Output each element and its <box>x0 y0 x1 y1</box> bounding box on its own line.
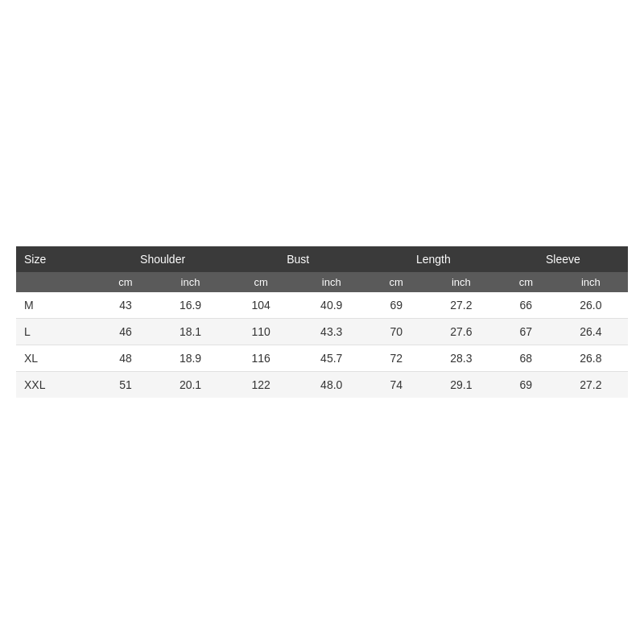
length-cm-cell: 70 <box>369 319 424 345</box>
length-inch-cell: 28.3 <box>424 345 498 372</box>
sleeve-inch-cell: 27.2 <box>554 372 628 398</box>
bust-inch-cell: 40.9 <box>295 292 369 319</box>
bust-inch-cell: 45.7 <box>295 345 369 372</box>
bust-cm-subheader: cm <box>228 272 295 292</box>
shoulder-column-header: Shoulder <box>98 246 228 272</box>
shoulder-cm-cell: 43 <box>98 292 154 319</box>
shoulder-cm-cell: 46 <box>98 319 154 345</box>
sleeve-column-header: Sleeve <box>498 246 628 272</box>
bust-inch-subheader: inch <box>295 272 369 292</box>
bust-cm-cell: 116 <box>228 345 295 372</box>
length-cm-subheader: cm <box>369 272 424 292</box>
table-row: M4316.910440.96927.26626.0 <box>16 292 628 319</box>
length-inch-cell: 27.6 <box>424 319 498 345</box>
size-cell: XL <box>16 345 98 372</box>
sub-header-row: cm inch cm inch cm inch cm inch <box>16 272 628 292</box>
size-cell: XXL <box>16 372 98 398</box>
length-cm-cell: 69 <box>369 292 424 319</box>
table-row: XL4818.911645.77228.36826.8 <box>16 345 628 372</box>
size-chart-table: Size Shoulder Bust Length Sleeve cm inch… <box>16 246 628 398</box>
sleeve-cm-cell: 68 <box>498 345 554 372</box>
sleeve-cm-cell: 66 <box>498 292 554 319</box>
sleeve-inch-cell: 26.4 <box>554 319 628 345</box>
length-inch-subheader: inch <box>424 272 498 292</box>
shoulder-cm-cell: 48 <box>98 345 154 372</box>
bust-inch-cell: 48.0 <box>295 372 369 398</box>
bust-column-header: Bust <box>228 246 369 272</box>
shoulder-inch-cell: 18.1 <box>153 319 227 345</box>
size-subheader-empty <box>16 272 98 292</box>
table-row: XXL5120.112248.07429.16927.2 <box>16 372 628 398</box>
shoulder-cm-cell: 51 <box>98 372 154 398</box>
sleeve-cm-cell: 69 <box>498 372 554 398</box>
sleeve-inch-cell: 26.8 <box>554 345 628 372</box>
sleeve-cm-subheader: cm <box>498 272 554 292</box>
table-row: L4618.111043.37027.66726.4 <box>16 319 628 345</box>
sleeve-inch-cell: 26.0 <box>554 292 628 319</box>
length-inch-cell: 29.1 <box>424 372 498 398</box>
bust-cm-cell: 122 <box>228 372 295 398</box>
size-chart-container: Size Shoulder Bust Length Sleeve cm inch… <box>16 246 628 398</box>
bust-cm-cell: 104 <box>228 292 295 319</box>
length-column-header: Length <box>369 246 498 272</box>
length-cm-cell: 74 <box>369 372 424 398</box>
bust-cm-cell: 110 <box>228 319 295 345</box>
bust-inch-cell: 43.3 <box>295 319 369 345</box>
shoulder-cm-subheader: cm <box>98 272 154 292</box>
length-cm-cell: 72 <box>369 345 424 372</box>
shoulder-inch-subheader: inch <box>153 272 227 292</box>
size-cell: L <box>16 319 98 345</box>
shoulder-inch-cell: 16.9 <box>153 292 227 319</box>
shoulder-inch-cell: 20.1 <box>153 372 227 398</box>
sleeve-cm-cell: 67 <box>498 319 554 345</box>
length-inch-cell: 27.2 <box>424 292 498 319</box>
size-cell: M <box>16 292 98 319</box>
main-header-row: Size Shoulder Bust Length Sleeve <box>16 246 628 272</box>
size-column-header: Size <box>16 246 98 272</box>
sleeve-inch-subheader: inch <box>554 272 628 292</box>
shoulder-inch-cell: 18.9 <box>153 345 227 372</box>
